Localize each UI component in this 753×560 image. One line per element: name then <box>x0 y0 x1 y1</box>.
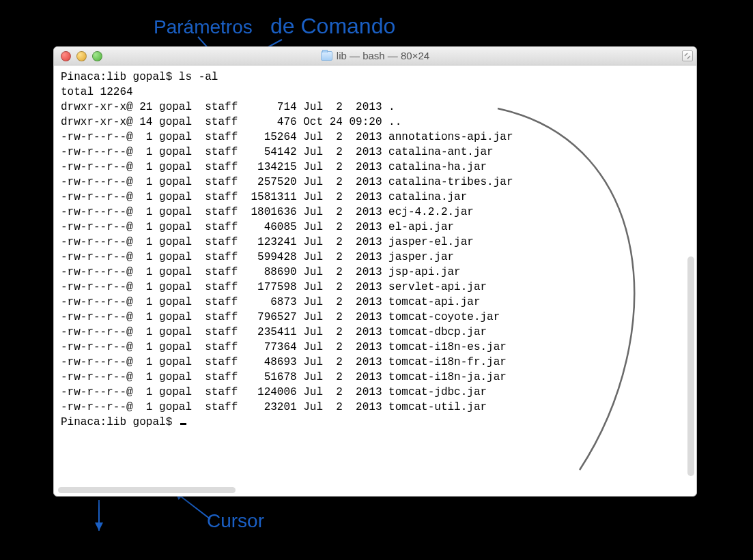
terminal-body[interactable]: Pinaca:lib gopal$ ls -al total 12264 drw… <box>54 65 696 495</box>
window-title: lib — bash — 80×24 <box>337 47 429 65</box>
scrollbar-horizontal[interactable] <box>58 487 236 493</box>
annotation-cursor: Cursor <box>207 510 264 532</box>
annotation-parametros: Parámetros <box>154 16 253 38</box>
terminal-window: lib — bash — 80×24 Pinaca:lib gopal$ ls … <box>53 46 697 497</box>
close-button[interactable] <box>61 51 71 61</box>
scrollbar-vertical[interactable] <box>687 256 694 476</box>
annotation-de-comando: de Comando <box>270 14 395 39</box>
cursor <box>180 423 186 425</box>
zoom-button[interactable] <box>92 51 102 61</box>
terminal-output: Pinaca:lib gopal$ ls -al total 12264 drw… <box>61 70 690 430</box>
fullscreen-button[interactable] <box>682 50 693 61</box>
arrow-down-icon <box>89 497 109 537</box>
titlebar: lib — bash — 80×24 <box>54 47 696 65</box>
folder-icon <box>321 51 332 61</box>
minimize-button[interactable] <box>76 51 87 61</box>
